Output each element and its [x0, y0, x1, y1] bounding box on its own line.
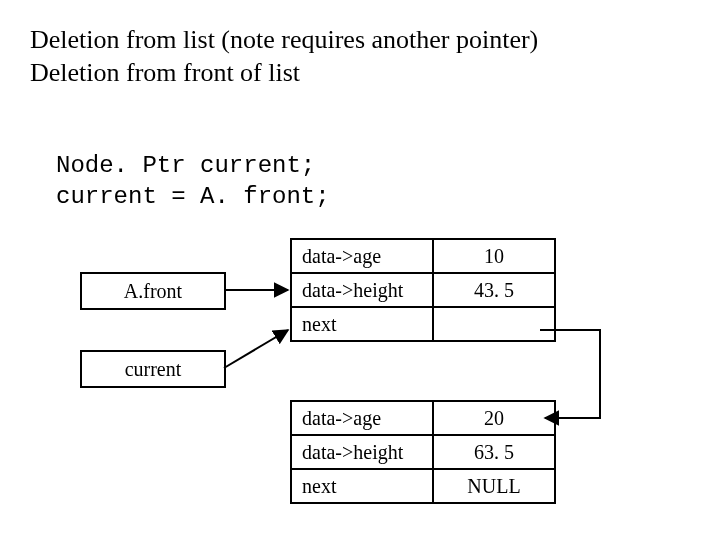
pointer-label-current: current	[125, 358, 182, 381]
node1-height-label: data->height	[291, 273, 433, 307]
node1-age-value: 10	[433, 239, 555, 273]
node1-age-label: data->age	[291, 239, 433, 273]
node2-age-label: data->age	[291, 401, 433, 435]
table-row: data->height 43. 5	[291, 273, 555, 307]
pointer-label-afront: A.front	[124, 280, 182, 303]
node1-next-label: next	[291, 307, 433, 341]
title-line-2: Deletion from front of list	[30, 58, 300, 87]
slide-title: Deletion from list (note requires anothe…	[30, 24, 538, 89]
arrow-current-to-node1	[224, 330, 288, 368]
node2-height-label: data->height	[291, 435, 433, 469]
table-row: data->age 10	[291, 239, 555, 273]
code-block: Node. Ptr current; current = A. front;	[56, 150, 330, 212]
node2-age-value: 20	[433, 401, 555, 435]
title-line-1: Deletion from list (note requires anothe…	[30, 25, 538, 54]
slide: { "title_line1": "Deletion from list (no…	[0, 0, 720, 540]
node-2-table: data->age 20 data->height 63. 5 next NUL…	[290, 400, 556, 504]
table-row: next NULL	[291, 469, 555, 503]
pointer-box-current: current	[80, 350, 226, 388]
table-row: next	[291, 307, 555, 341]
code-line-2: current = A. front;	[56, 183, 330, 210]
pointer-box-afront: A.front	[80, 272, 226, 310]
table-row: data->age 20	[291, 401, 555, 435]
node2-next-label: next	[291, 469, 433, 503]
node-1-table: data->age 10 data->height 43. 5 next	[290, 238, 556, 342]
node1-next-value	[433, 307, 555, 341]
node1-height-value: 43. 5	[433, 273, 555, 307]
table-row: data->height 63. 5	[291, 435, 555, 469]
node2-height-value: 63. 5	[433, 435, 555, 469]
node2-next-value: NULL	[433, 469, 555, 503]
code-line-1: Node. Ptr current;	[56, 152, 315, 179]
